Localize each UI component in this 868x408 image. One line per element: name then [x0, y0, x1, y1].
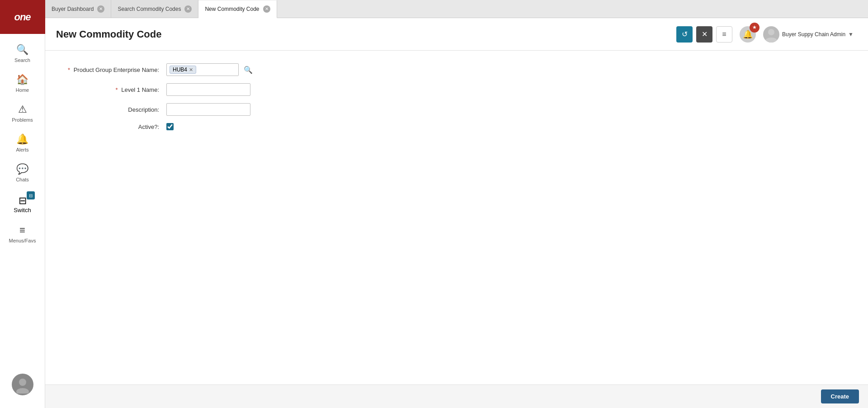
- active-row: Active?:: [63, 123, 850, 130]
- sidebar-item-label-alerts: Alerts: [16, 147, 28, 152]
- description-input[interactable]: [166, 103, 250, 116]
- sidebar-avatar[interactable]: [12, 368, 33, 401]
- create-button[interactable]: Create: [821, 389, 859, 403]
- content-area: * Product Group Enterprise Name: HUB4 ✕ …: [45, 51, 868, 408]
- required-asterisk-2: *: [115, 86, 118, 93]
- tab-label-buyer-dashboard: Buyer Dashboard: [52, 6, 94, 12]
- tab-new-commodity[interactable]: New Commodity Code ✕: [198, 0, 277, 18]
- sidebar-item-search[interactable]: 🔍 Search: [0, 38, 45, 68]
- problems-icon: ⚠: [18, 104, 27, 115]
- sidebar-item-label-chats: Chats: [16, 177, 29, 182]
- refresh-button[interactable]: ↺: [676, 26, 693, 43]
- active-checkbox[interactable]: [166, 123, 174, 130]
- form-container: * Product Group Enterprise Name: HUB4 ✕ …: [45, 51, 868, 150]
- chevron-down-icon: ▼: [848, 31, 854, 38]
- sidebar-nav: 🔍 Search 🏠 Home ⚠ Problems 🔔 Alerts 💬 Ch…: [0, 34, 45, 368]
- product-group-row: * Product Group Enterprise Name: HUB4 ✕ …: [63, 63, 850, 76]
- description-label: Description:: [63, 106, 163, 113]
- menus-icon: ≡: [19, 224, 25, 236]
- user-avatar-sidebar: [12, 374, 33, 395]
- sidebar-item-label-home: Home: [16, 87, 29, 93]
- logo-text: one: [14, 11, 30, 23]
- hub4-tag-remove[interactable]: ✕: [189, 67, 193, 73]
- menu-button[interactable]: ≡: [716, 26, 732, 43]
- sidebar-bottom: [12, 368, 33, 408]
- sidebar-item-menus[interactable]: ≡ Menus/Favs: [0, 219, 45, 249]
- user-name: Buyer Suppy Chain Admin: [782, 31, 845, 38]
- hub4-tag-label: HUB4: [173, 66, 187, 73]
- close-icon: ✕: [702, 30, 708, 38]
- close-button[interactable]: ✕: [696, 26, 712, 43]
- notification-bell[interactable]: 🔔 ★: [740, 26, 756, 43]
- svg-point-1: [16, 388, 29, 394]
- sidebar-item-alerts[interactable]: 🔔 Alerts: [0, 128, 45, 158]
- level1-row: * Level 1 Name:: [63, 83, 850, 96]
- search-icon: 🔍: [16, 44, 28, 56]
- page-title: New Commodity Code: [56, 28, 161, 40]
- footer-bar: Create: [45, 384, 868, 408]
- sidebar-item-label-menus: Menus/Favs: [9, 238, 36, 243]
- user-avatar-header: [763, 26, 779, 43]
- switch-icon: ⊟: [19, 195, 27, 207]
- menu-icon: ≡: [722, 30, 726, 38]
- hub4-tag: HUB4 ✕: [170, 66, 196, 74]
- tab-close-search-commodity[interactable]: ✕: [184, 5, 192, 13]
- main-area: Buyer Dashboard ✕ Search Commodity Codes…: [45, 0, 868, 408]
- sidebar-item-label-problems: Problems: [12, 117, 33, 123]
- product-group-input[interactable]: HUB4 ✕: [166, 63, 239, 76]
- sidebar-item-chats[interactable]: 💬 Chats: [0, 158, 45, 188]
- sidebar-item-switch[interactable]: ⊟ ⊟ Switch: [0, 188, 45, 219]
- refresh-icon: ↺: [682, 30, 688, 38]
- chats-icon: 💬: [16, 163, 28, 175]
- content-spacer: [45, 150, 868, 384]
- tab-close-buyer-dashboard[interactable]: ✕: [97, 5, 104, 13]
- tab-label-new-commodity: New Commodity Code: [205, 6, 259, 12]
- level1-label: * Level 1 Name:: [63, 86, 163, 93]
- tab-label-search-commodity: Search Commodity Codes: [118, 6, 181, 12]
- svg-point-3: [765, 38, 777, 43]
- logo[interactable]: one: [0, 0, 45, 34]
- sidebar: one 🔍 Search 🏠 Home ⚠ Problems 🔔 Alerts …: [0, 0, 45, 408]
- level1-input[interactable]: [166, 83, 250, 96]
- product-group-search-button[interactable]: 🔍: [242, 64, 254, 76]
- tab-bar: Buyer Dashboard ✕ Search Commodity Codes…: [45, 0, 868, 18]
- tab-search-commodity[interactable]: Search Commodity Codes ✕: [111, 0, 198, 18]
- product-group-search-icon: 🔍: [244, 66, 253, 74]
- tab-close-new-commodity[interactable]: ✕: [263, 5, 270, 13]
- svg-point-2: [768, 29, 774, 35]
- sidebar-item-label-search: Search: [14, 57, 30, 63]
- user-dropdown[interactable]: Buyer Suppy Chain Admin ▼: [760, 24, 857, 44]
- sidebar-item-home[interactable]: 🏠 Home: [0, 68, 45, 98]
- notification-area: 🔔 ★: [740, 26, 756, 43]
- page-header: New Commodity Code ↺ ✕ ≡ 🔔 ★: [45, 18, 868, 51]
- sidebar-item-label-switch: Switch: [14, 207, 31, 213]
- notification-badge: ★: [750, 23, 760, 33]
- create-button-label: Create: [831, 393, 849, 400]
- home-icon: 🏠: [16, 74, 28, 85]
- sidebar-item-problems[interactable]: ⚠ Problems: [0, 98, 45, 128]
- active-label: Active?:: [63, 123, 163, 130]
- description-row: Description:: [63, 103, 850, 116]
- header-actions: ↺ ✕ ≡ 🔔 ★ Buyer Suppy Chain: [676, 24, 857, 44]
- required-asterisk-1: *: [68, 66, 70, 73]
- switch-badge: ⊟: [27, 191, 35, 199]
- svg-point-0: [19, 379, 26, 386]
- product-group-label: * Product Group Enterprise Name:: [63, 66, 163, 73]
- tab-buyer-dashboard[interactable]: Buyer Dashboard ✕: [45, 0, 111, 18]
- alerts-icon: 🔔: [16, 133, 28, 145]
